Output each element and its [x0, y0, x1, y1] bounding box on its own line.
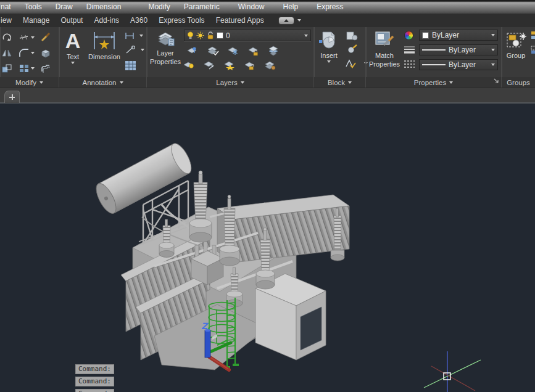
drawing-canvas[interactable]: Z Command: Command: Command: — [0, 104, 535, 392]
panel-launcher-icon[interactable] — [494, 75, 499, 86]
menu-item-parametric[interactable]: Parametric — [177, 1, 226, 13]
mirror-icon[interactable] — [1, 48, 12, 58]
menu-item-dimension[interactable]: Dimension — [80, 1, 128, 13]
group-button[interactable]: Group — [504, 30, 528, 59]
menu-bar: nat Tools Draw Dimension Modify Parametr… — [0, 0, 535, 14]
panel-label-groups[interactable]: Groups — [502, 77, 535, 88]
ribbon-tab-featured-apps[interactable]: Featured Apps — [210, 14, 270, 27]
fillet-icon[interactable] — [19, 48, 35, 58]
edit-block-button[interactable] — [346, 44, 359, 54]
text-icon: A — [65, 30, 81, 52]
layer-change-icon[interactable] — [203, 60, 215, 70]
trim-icon[interactable] — [19, 33, 35, 42]
layer-on-bulb-icon — [187, 31, 194, 39]
match-properties-button[interactable]: Match Properties — [368, 30, 400, 68]
panel-layers: Layer Properties 0 — [147, 27, 314, 88]
chevron-down-icon[interactable] — [491, 63, 495, 66]
panel-groups: Group Groups — [502, 27, 535, 88]
chevron-down-icon[interactable] — [491, 49, 495, 51]
dimension-icon — [91, 30, 118, 52]
panel-label-modify[interactable]: Modify — [0, 77, 59, 88]
ribbon-tab-addins[interactable]: Add-ins — [88, 14, 125, 27]
panel-modify: Modify — [0, 27, 59, 88]
command-prompt-line: Command: — [75, 364, 114, 374]
ribbon-tab-a360[interactable]: A360 — [125, 14, 153, 27]
transformer-3d-model: Z — [0, 104, 535, 392]
offset-icon[interactable] — [40, 63, 51, 73]
linetype-dropdown[interactable]: ByLayer — [419, 59, 498, 70]
insert-button[interactable]: Insert — [317, 30, 341, 63]
scale-icon[interactable] — [1, 63, 12, 73]
layer-properties-button[interactable]: Layer Properties — [148, 30, 183, 65]
layer-freeze-other-icon[interactable] — [223, 60, 236, 70]
erase-icon[interactable] — [40, 33, 51, 43]
plus-icon — [9, 94, 15, 100]
layer-unlock-icon — [207, 31, 214, 39]
panel-label-block[interactable]: Block — [314, 77, 365, 88]
panel-label-layers[interactable]: Layers — [147, 77, 313, 88]
linetype-sample — [422, 64, 446, 65]
object-color-dropdown[interactable]: ByLayer — [419, 30, 498, 41]
menu-item-window[interactable]: Window — [231, 1, 272, 13]
layer-unlock-all-icon[interactable] — [244, 60, 256, 70]
block-attributes-button[interactable] — [345, 59, 368, 68]
ribbon-minimize-icon[interactable] — [278, 17, 294, 25]
layer-isolate-icon[interactable] — [186, 46, 199, 56]
linetype-icon[interactable] — [404, 60, 415, 69]
rotate-icon[interactable] — [1, 33, 12, 43]
panel-properties: Match Properties ByLayer ByLayer — [366, 27, 502, 88]
ribbon-tab-view[interactable]: iew — [0, 14, 17, 27]
new-drawing-tab-button[interactable] — [4, 91, 20, 103]
table-button[interactable] — [125, 60, 136, 71]
explode-icon[interactable] — [40, 48, 51, 58]
menu-item-tools[interactable]: Tools — [18, 1, 49, 13]
layer-properties-icon — [156, 30, 175, 48]
file-tab-bar — [0, 88, 535, 104]
panel-label-properties[interactable]: Properties — [366, 77, 501, 88]
group-icon — [505, 30, 526, 51]
object-color-swatch — [422, 32, 429, 39]
color-wheel-icon[interactable] — [404, 31, 413, 40]
current-layer-name: 0 — [226, 31, 230, 40]
menu-item-format[interactable]: nat — [0, 1, 18, 13]
layer-on-off-icon[interactable] — [183, 60, 195, 70]
lineweight-sample — [422, 49, 446, 51]
chevron-down-icon[interactable] — [491, 34, 495, 36]
crosshair-cursor — [424, 351, 481, 392]
layer-dropdown[interactable]: 0 — [184, 30, 311, 41]
ribbon-tab-manage[interactable]: Manage — [17, 14, 55, 27]
panel-label-annotation[interactable]: Annotation — [59, 77, 146, 88]
layer-unisolate-icon[interactable] — [207, 46, 219, 56]
chevron-down-icon[interactable] — [297, 19, 301, 22]
layer-vp-freeze-icon[interactable] — [264, 60, 276, 70]
menu-item-modify[interactable]: Modify — [141, 1, 176, 13]
create-block-button[interactable] — [346, 31, 359, 41]
lineweight-icon[interactable] — [404, 46, 415, 55]
chevron-down-icon[interactable] — [304, 35, 308, 37]
ribbon-tab-output[interactable]: Output — [55, 14, 88, 27]
command-prompt-line[interactable]: Command: — [75, 389, 114, 392]
leader-button[interactable] — [125, 46, 144, 54]
ribbon-collapse-control[interactable] — [278, 17, 301, 25]
layer-freeze-icon[interactable] — [227, 46, 239, 56]
dim-linear-button[interactable] — [125, 32, 143, 39]
ribbon: Modify A Text — [0, 27, 535, 88]
layer-match-icon[interactable] — [268, 46, 280, 56]
ungroup-icon[interactable] — [531, 31, 535, 39]
menu-item-help[interactable]: Help — [276, 1, 305, 13]
panel-annotation: A Text Dimension — [59, 27, 147, 88]
layer-lock-icon[interactable] — [247, 46, 260, 56]
layer-color-swatch — [217, 32, 223, 39]
text-button[interactable]: A Text — [63, 30, 83, 64]
dimension-button[interactable]: Dimension — [85, 30, 123, 60]
array-icon[interactable] — [19, 63, 35, 73]
group-edit-icon[interactable] — [531, 46, 535, 54]
command-prompt-line: Command: — [75, 377, 114, 386]
lineweight-dropdown[interactable]: ByLayer — [419, 44, 498, 55]
menu-item-draw[interactable]: Draw — [49, 1, 80, 13]
match-properties-icon — [374, 30, 395, 51]
layer-thaw-sun-icon — [196, 31, 204, 39]
menu-item-express[interactable]: Express — [310, 1, 350, 13]
ribbon-tab-bar: iew Manage Output Add-ins A360 Express T… — [0, 14, 535, 27]
ribbon-tab-express-tools[interactable]: Express Tools — [153, 14, 210, 27]
